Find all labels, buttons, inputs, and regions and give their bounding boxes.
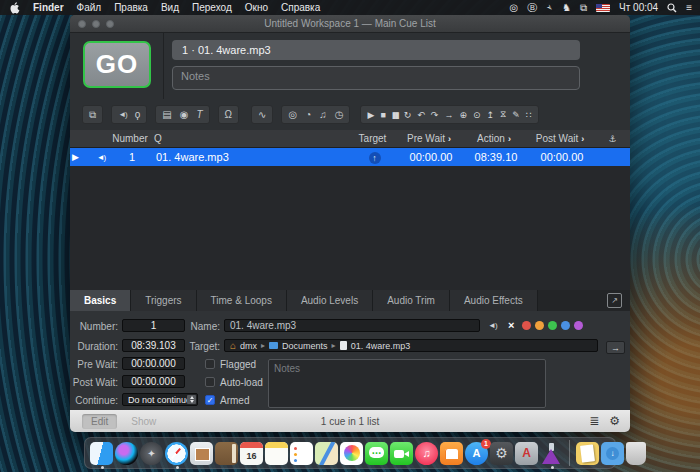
mic-cue-icon[interactable]: ϙ bbox=[135, 109, 141, 120]
maps-dock-icon[interactable] bbox=[315, 442, 338, 465]
menu-edit[interactable]: Правка bbox=[114, 2, 148, 13]
cue-pre-wait-cell[interactable]: 00:00.00 bbox=[397, 151, 465, 163]
tab-audio-effects[interactable]: Audio Effects bbox=[450, 290, 538, 311]
menu-go[interactable]: Переход bbox=[192, 2, 232, 13]
tab-audio-trim[interactable]: Audio Trim bbox=[373, 290, 450, 311]
fade-cue-button[interactable]: ∿ bbox=[251, 105, 273, 124]
finder-dock-icon[interactable] bbox=[90, 442, 113, 465]
launchpad-dock-icon[interactable]: ✦ bbox=[140, 442, 163, 465]
auto-load-checkbox[interactable] bbox=[205, 377, 215, 387]
col-continue anchor-icon[interactable]: ⚓ bbox=[595, 134, 630, 144]
cue-post-wait-cell[interactable]: 00:00.00 bbox=[527, 151, 597, 163]
menu-window[interactable]: Окно bbox=[245, 2, 268, 13]
wait-icon[interactable]: ⧖ bbox=[500, 109, 506, 120]
workspace-settings-gear-icon[interactable]: ⚙ bbox=[609, 414, 620, 428]
tab-audio-levels[interactable]: Audio Levels bbox=[287, 290, 373, 311]
menu-help[interactable]: Справка bbox=[281, 2, 320, 13]
script-icon[interactable]: ∷ bbox=[526, 110, 532, 120]
col-q[interactable]: Q bbox=[150, 133, 350, 144]
active-app-menu[interactable]: Finder bbox=[33, 2, 64, 13]
notification-center-icon[interactable]: ≡ bbox=[686, 3, 692, 13]
flagged-checkbox[interactable] bbox=[205, 359, 215, 369]
apple-menu-icon[interactable] bbox=[10, 2, 20, 14]
stop-icon[interactable]: ■ bbox=[380, 110, 385, 120]
documents-stack-dock-icon[interactable] bbox=[576, 442, 599, 465]
pre-wait-input[interactable]: 00:00.000 bbox=[122, 357, 185, 370]
col-target[interactable]: Target bbox=[350, 133, 395, 144]
app-store-dock-icon[interactable]: A1 bbox=[465, 442, 488, 465]
continue-dropdown[interactable]: Do not continue bbox=[122, 393, 198, 406]
name-input[interactable]: 01. 4ware.mp3 bbox=[224, 319, 480, 332]
reminders-dock-icon[interactable] bbox=[290, 442, 313, 465]
start-icon[interactable]: ▶ bbox=[367, 110, 374, 120]
color-red-button[interactable] bbox=[522, 321, 531, 330]
network-cue-group[interactable]: ◎ ◔ ♫ ◷ bbox=[281, 105, 350, 124]
pause-icon[interactable]: ▮▮ bbox=[392, 110, 398, 120]
playback-controls-group[interactable]: ▶ ■ ▮▮ ↻ ↶ ↷ → ⊕ ⊙ ↥ ⧖ ✎ ∷ bbox=[360, 105, 538, 124]
contacts-dock-icon[interactable] bbox=[215, 442, 238, 465]
goto-icon[interactable]: → bbox=[444, 110, 453, 120]
arm-icon[interactable]: ⊙ bbox=[473, 110, 481, 120]
network-cue-icon[interactable]: ◎ bbox=[288, 109, 297, 120]
col-post-wait[interactable]: Post Wait› bbox=[525, 133, 595, 144]
devamp-icon[interactable]: ↻ bbox=[404, 110, 412, 120]
cue-notes-field[interactable]: Notes bbox=[268, 359, 546, 408]
photos-dock-icon[interactable] bbox=[340, 442, 363, 465]
text-editor-dock-icon[interactable]: A bbox=[515, 442, 538, 465]
zoom-window-button[interactable] bbox=[106, 20, 114, 28]
col-action[interactable]: Action› bbox=[463, 133, 525, 144]
no-color-button[interactable]: × bbox=[508, 319, 514, 331]
calendar-dock-icon[interactable]: 16 bbox=[240, 442, 263, 465]
go-button[interactable]: GO bbox=[83, 41, 151, 88]
menu-clock[interactable]: Чт 00:04 bbox=[619, 2, 658, 13]
title-bar[interactable]: Untitled Workspace 1 — Main Cue List bbox=[70, 15, 630, 33]
text-cue-icon[interactable]: T bbox=[196, 109, 202, 120]
cue-action-cell[interactable]: 08:39.10 bbox=[465, 151, 527, 163]
col-number[interactable]: Number bbox=[110, 133, 150, 144]
mail-dock-icon[interactable] bbox=[190, 442, 213, 465]
tab-time-loops[interactable]: Time & Loops bbox=[197, 290, 287, 311]
location-status-icon[interactable]: ➢ bbox=[544, 2, 556, 14]
cue-row-selected[interactable]: ▶ ◄) 1 01. 4ware.mp3 ↑ 00:00.00 08:39.10… bbox=[70, 148, 630, 166]
menu-file[interactable]: Файл bbox=[77, 2, 102, 13]
target-path-field[interactable]: ⌂ dmx ▸ Documents ▸ 01. 4ware.mp3 bbox=[224, 339, 598, 352]
popout-inspector-icon[interactable]: ↗ bbox=[607, 293, 622, 308]
memo-icon[interactable]: ✎ bbox=[512, 110, 520, 120]
color-green-button[interactable] bbox=[548, 321, 557, 330]
choose-target-button[interactable]: → bbox=[606, 341, 625, 354]
load-icon[interactable]: ↶ bbox=[417, 110, 425, 120]
workspace-notes-field[interactable]: Notes bbox=[172, 66, 580, 90]
video-cue-group[interactable]: ▤ ◉ T bbox=[155, 105, 209, 124]
facetime-dock-icon[interactable] bbox=[390, 442, 413, 465]
pet-status-icon[interactable]: ♞ bbox=[562, 3, 571, 13]
color-purple-button[interactable] bbox=[574, 321, 583, 330]
tab-basics[interactable]: Basics bbox=[70, 290, 131, 311]
camera-cue-icon[interactable]: ◉ bbox=[180, 109, 189, 120]
unload-icon[interactable]: ↥ bbox=[486, 110, 494, 120]
timecode-cue-icon[interactable]: ◔ bbox=[305, 109, 311, 120]
cue-number-cell[interactable]: 1 bbox=[112, 151, 152, 163]
clock-cue-icon[interactable]: ◷ bbox=[335, 109, 344, 120]
minimize-window-button[interactable] bbox=[92, 20, 100, 28]
notes-dock-icon[interactable] bbox=[265, 442, 288, 465]
displays-status-icon[interactable]: ⧉ bbox=[580, 3, 587, 13]
safari-dock-icon[interactable] bbox=[165, 442, 188, 465]
group-cue-button[interactable]: ⧉ bbox=[82, 105, 103, 124]
itunes-dock-icon[interactable]: ♫ bbox=[415, 442, 438, 465]
post-wait-input[interactable]: 00:00.000 bbox=[122, 375, 185, 388]
video-cue-icon[interactable]: ▤ bbox=[162, 109, 171, 120]
reset-icon[interactable]: ↷ bbox=[431, 110, 439, 120]
downloads-folder-dock-icon[interactable] bbox=[601, 442, 624, 465]
midi-file-cue-icon[interactable]: ♫ bbox=[319, 109, 327, 120]
color-orange-button[interactable] bbox=[535, 321, 544, 330]
siri-dock-icon[interactable] bbox=[115, 442, 138, 465]
bitcoin-status-icon[interactable]: Ⓑ bbox=[527, 3, 537, 13]
light-cue-button[interactable]: Ω bbox=[218, 105, 239, 124]
menu-view[interactable]: Вид bbox=[161, 2, 179, 13]
retarget-icon[interactable]: ⊕ bbox=[459, 110, 467, 120]
input-language-flag-icon[interactable] bbox=[596, 4, 610, 12]
spotlight-search-icon[interactable] bbox=[667, 3, 677, 13]
swirl-status-icon[interactable]: ◎ bbox=[510, 3, 519, 13]
close-window-button[interactable] bbox=[78, 20, 86, 28]
ibooks-dock-icon[interactable] bbox=[440, 442, 463, 465]
